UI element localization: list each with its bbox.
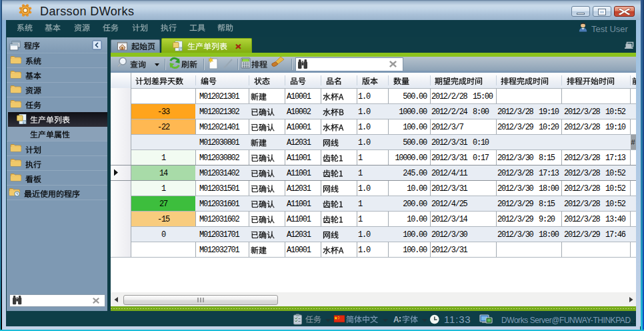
svg-text:A: A (393, 315, 399, 324)
svg-text:#: # (631, 138, 636, 146)
